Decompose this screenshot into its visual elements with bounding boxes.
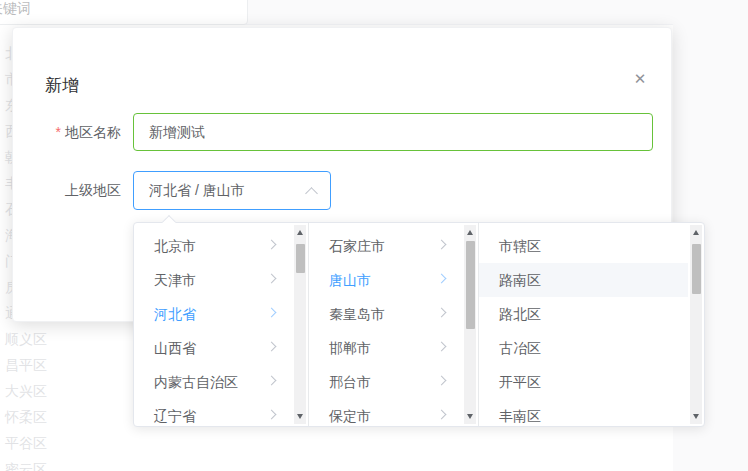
chevron-right-icon xyxy=(437,274,447,284)
cascader-district-column: 市辖区 路南区 路北区 古冶区 开平区 丰南区 xyxy=(479,223,704,426)
region-name-input[interactable]: 新增测试 xyxy=(133,113,653,151)
chevron-up-icon xyxy=(305,187,318,200)
chevron-right-icon xyxy=(437,376,447,386)
screen: 关键词 北京市 市辖区 东城区 西城区 朝阳区 丰台区 石景山区 海淀区 门头沟… xyxy=(0,0,748,471)
cascader-option[interactable]: 辽宁省 xyxy=(134,399,292,426)
chevron-right-icon xyxy=(267,240,277,250)
scroll-down-arrow-icon[interactable] xyxy=(467,414,473,419)
scroll-up-arrow-icon[interactable] xyxy=(467,230,473,235)
cascader-option[interactable]: 邢台市 xyxy=(309,365,462,399)
chevron-right-icon xyxy=(437,308,447,318)
scrollbar-thumb[interactable] xyxy=(466,241,475,329)
required-asterisk: * xyxy=(56,124,61,140)
region-name-label: *地区名称 xyxy=(13,113,121,151)
chevron-right-icon xyxy=(267,342,277,352)
cascader-option[interactable]: 市辖区 xyxy=(479,229,688,263)
chevron-right-icon xyxy=(437,240,447,250)
chevron-right-icon xyxy=(267,410,277,420)
cascader-option[interactable]: 丰南区 xyxy=(479,399,688,426)
cascader-option[interactable]: 天津市 xyxy=(134,263,292,297)
cascader-option[interactable]: 邯郸市 xyxy=(309,331,462,365)
close-icon[interactable]: ✕ xyxy=(629,68,651,90)
scrollbar[interactable] xyxy=(464,225,476,424)
cascader-option-hovered[interactable]: 路南区 xyxy=(479,263,688,297)
cascader-city-column: 石家庄市 唐山市 秦皇岛市 邯郸市 邢台市 保定市 xyxy=(309,223,479,426)
parent-region-label: 上级地区 xyxy=(13,171,121,209)
region-name-value: 新增测试 xyxy=(149,124,205,140)
cascader-option[interactable]: 北京市 xyxy=(134,229,292,263)
chevron-right-icon xyxy=(267,274,277,284)
cascader-option[interactable]: 路北区 xyxy=(479,297,688,331)
scroll-up-arrow-icon[interactable] xyxy=(297,230,303,235)
cascader-option-selected[interactable]: 唐山市 xyxy=(309,263,462,297)
cascader-option[interactable]: 保定市 xyxy=(309,399,462,426)
scrollbar[interactable] xyxy=(294,225,306,424)
parent-region-value: 河北省 / 唐山市 xyxy=(149,182,245,198)
scroll-up-arrow-icon[interactable] xyxy=(693,230,699,235)
cascader-option[interactable]: 内蒙古自治区 xyxy=(134,365,292,399)
scrollbar[interactable] xyxy=(690,225,702,424)
cascader-option[interactable]: 山西省 xyxy=(134,331,292,365)
cascader-option[interactable]: 古冶区 xyxy=(479,331,688,365)
cascader-option[interactable]: 石家庄市 xyxy=(309,229,462,263)
cascader-dropdown: 北京市 天津市 河北省 山西省 内蒙古自治区 辽宁省 石家庄市 唐山市 秦皇岛市… xyxy=(133,222,705,427)
cascader-option[interactable]: 开平区 xyxy=(479,365,688,399)
scrollbar-thumb[interactable] xyxy=(692,244,701,294)
parent-region-cascader-input[interactable]: 河北省 / 唐山市 xyxy=(133,171,331,210)
scroll-down-arrow-icon[interactable] xyxy=(693,414,699,419)
cascader-province-column: 北京市 天津市 河北省 山西省 内蒙古自治区 辽宁省 xyxy=(134,223,309,426)
chevron-right-icon xyxy=(267,376,277,386)
chevron-right-icon xyxy=(267,308,277,318)
chevron-right-icon xyxy=(437,342,447,352)
cascader-option[interactable]: 秦皇岛市 xyxy=(309,297,462,331)
chevron-right-icon xyxy=(437,410,447,420)
scrollbar-thumb[interactable] xyxy=(296,244,305,273)
dialog-title: 新增 xyxy=(45,74,79,97)
scroll-down-arrow-icon[interactable] xyxy=(297,414,303,419)
cascader-option-selected[interactable]: 河北省 xyxy=(134,297,292,331)
